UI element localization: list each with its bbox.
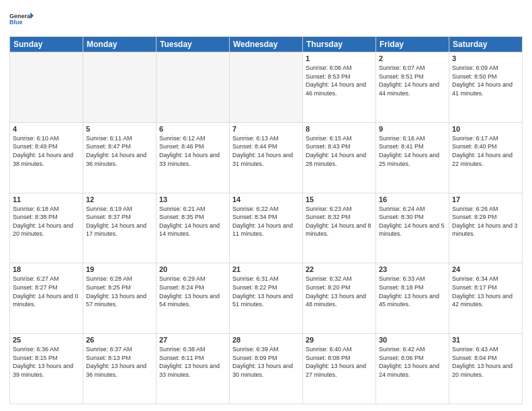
day-info: Sunrise: 6:36 AMSunset: 8:15 PMDaylight:… — [13, 345, 80, 379]
day-info: Sunrise: 6:37 AMSunset: 8:13 PMDaylight:… — [86, 345, 153, 379]
day-info: Sunrise: 6:19 AMSunset: 8:37 PMDaylight:… — [86, 205, 153, 238]
day-cell: 28Sunrise: 6:39 AMSunset: 8:09 PMDayligh… — [230, 334, 303, 404]
day-cell: 12Sunrise: 6:19 AMSunset: 8:37 PMDayligh… — [83, 193, 157, 263]
logo: General Blue — [9, 7, 34, 31]
weekday-row: SundayMondayTuesdayWednesdayThursdayFrid… — [10, 37, 523, 52]
day-info: Sunrise: 6:10 AMSunset: 8:49 PMDaylight:… — [13, 134, 80, 168]
day-number: 28 — [232, 336, 300, 344]
day-info: Sunrise: 6:15 AMSunset: 8:43 PMDaylight:… — [306, 134, 373, 168]
day-cell — [83, 52, 157, 123]
day-info: Sunrise: 6:43 AMSunset: 8:04 PMDaylight:… — [452, 345, 519, 379]
day-cell: 11Sunrise: 6:18 AMSunset: 8:38 PMDayligh… — [10, 193, 83, 263]
day-cell: 29Sunrise: 6:40 AMSunset: 8:08 PMDayligh… — [303, 334, 376, 404]
day-number: 27 — [159, 336, 226, 344]
day-info: Sunrise: 6:40 AMSunset: 8:08 PMDaylight:… — [306, 345, 373, 379]
day-cell: 7Sunrise: 6:13 AMSunset: 8:44 PMDaylight… — [230, 122, 303, 193]
day-number: 15 — [306, 195, 373, 203]
day-number: 13 — [159, 195, 226, 203]
day-cell: 18Sunrise: 6:27 AMSunset: 8:27 PMDayligh… — [10, 263, 83, 334]
day-cell: 27Sunrise: 6:38 AMSunset: 8:11 PMDayligh… — [157, 334, 230, 404]
day-info: Sunrise: 6:12 AMSunset: 8:46 PMDaylight:… — [159, 134, 226, 168]
day-info: Sunrise: 6:26 AMSunset: 8:29 PMDaylight:… — [452, 205, 519, 238]
weekday-saturday: Saturday — [449, 37, 523, 52]
weekday-thursday: Thursday — [303, 37, 376, 52]
day-cell: 25Sunrise: 6:36 AMSunset: 8:15 PMDayligh… — [10, 334, 83, 404]
day-cell: 8Sunrise: 6:15 AMSunset: 8:43 PMDaylight… — [303, 122, 376, 193]
day-info: Sunrise: 6:07 AMSunset: 8:51 PMDaylight:… — [379, 64, 446, 97]
day-cell: 16Sunrise: 6:24 AMSunset: 8:30 PMDayligh… — [376, 193, 449, 263]
header: General Blue — [9, 7, 523, 31]
day-info: Sunrise: 6:23 AMSunset: 8:32 PMDaylight:… — [306, 205, 373, 238]
day-cell: 23Sunrise: 6:33 AMSunset: 8:18 PMDayligh… — [376, 263, 449, 334]
day-number: 6 — [159, 125, 226, 133]
day-number: 25 — [13, 336, 80, 344]
svg-text:Blue: Blue — [9, 19, 23, 26]
day-cell: 4Sunrise: 6:10 AMSunset: 8:49 PMDaylight… — [10, 122, 83, 193]
day-info: Sunrise: 6:21 AMSunset: 8:35 PMDaylight:… — [159, 205, 226, 238]
day-info: Sunrise: 6:28 AMSunset: 8:25 PMDaylight:… — [86, 275, 153, 308]
day-number: 23 — [379, 265, 446, 273]
day-cell: 3Sunrise: 6:09 AMSunset: 8:50 PMDaylight… — [449, 52, 523, 123]
day-cell — [10, 52, 83, 123]
day-info: Sunrise: 6:17 AMSunset: 8:40 PMDaylight:… — [452, 134, 519, 168]
page: General Blue SundayMondayTuesdayWednesda… — [0, 0, 532, 411]
day-number: 21 — [232, 265, 300, 273]
day-cell: 21Sunrise: 6:31 AMSunset: 8:22 PMDayligh… — [230, 263, 303, 334]
day-number: 3 — [452, 54, 519, 62]
day-info: Sunrise: 6:11 AMSunset: 8:47 PMDaylight:… — [86, 134, 153, 168]
day-cell: 6Sunrise: 6:12 AMSunset: 8:46 PMDaylight… — [157, 122, 230, 193]
day-number: 1 — [306, 54, 373, 62]
day-cell: 10Sunrise: 6:17 AMSunset: 8:40 PMDayligh… — [449, 122, 523, 193]
weekday-tuesday: Tuesday — [157, 37, 230, 52]
day-number: 26 — [86, 336, 153, 344]
day-info: Sunrise: 6:38 AMSunset: 8:11 PMDaylight:… — [159, 345, 226, 379]
day-number: 18 — [13, 265, 80, 273]
day-cell: 13Sunrise: 6:21 AMSunset: 8:35 PMDayligh… — [157, 193, 230, 263]
day-cell — [230, 52, 303, 123]
day-info: Sunrise: 6:18 AMSunset: 8:38 PMDaylight:… — [13, 205, 80, 238]
day-number: 17 — [452, 195, 519, 203]
logo-svg: General Blue — [9, 7, 34, 31]
day-cell: 2Sunrise: 6:07 AMSunset: 8:51 PMDaylight… — [376, 52, 449, 123]
day-cell: 14Sunrise: 6:22 AMSunset: 8:34 PMDayligh… — [230, 193, 303, 263]
day-cell: 24Sunrise: 6:34 AMSunset: 8:17 PMDayligh… — [449, 263, 523, 334]
calendar: SundayMondayTuesdayWednesdayThursdayFrid… — [9, 36, 523, 404]
day-cell: 20Sunrise: 6:29 AMSunset: 8:24 PMDayligh… — [157, 263, 230, 334]
day-number: 10 — [452, 125, 519, 133]
day-number: 9 — [379, 125, 446, 133]
day-info: Sunrise: 6:34 AMSunset: 8:17 PMDaylight:… — [452, 275, 519, 308]
day-cell — [157, 52, 230, 123]
day-cell: 5Sunrise: 6:11 AMSunset: 8:47 PMDaylight… — [83, 122, 157, 193]
svg-marker-1 — [30, 12, 34, 19]
day-number: 24 — [452, 265, 519, 273]
day-number: 30 — [379, 336, 446, 344]
day-number: 5 — [86, 125, 153, 133]
weekday-monday: Monday — [83, 37, 157, 52]
day-info: Sunrise: 6:13 AMSunset: 8:44 PMDaylight:… — [232, 134, 300, 168]
day-number: 31 — [452, 336, 519, 344]
day-cell: 1Sunrise: 6:06 AMSunset: 8:53 PMDaylight… — [303, 52, 376, 123]
day-number: 4 — [13, 125, 80, 133]
calendar-body: 1Sunrise: 6:06 AMSunset: 8:53 PMDaylight… — [10, 52, 523, 404]
day-number: 12 — [86, 195, 153, 203]
day-info: Sunrise: 6:24 AMSunset: 8:30 PMDaylight:… — [379, 205, 446, 238]
day-number: 8 — [306, 125, 373, 133]
day-cell: 19Sunrise: 6:28 AMSunset: 8:25 PMDayligh… — [83, 263, 157, 334]
day-cell: 15Sunrise: 6:23 AMSunset: 8:32 PMDayligh… — [303, 193, 376, 263]
day-info: Sunrise: 6:33 AMSunset: 8:18 PMDaylight:… — [379, 275, 446, 308]
day-info: Sunrise: 6:09 AMSunset: 8:50 PMDaylight:… — [452, 64, 519, 97]
day-number: 29 — [306, 336, 373, 344]
week-row-2: 4Sunrise: 6:10 AMSunset: 8:49 PMDaylight… — [10, 122, 523, 193]
day-info: Sunrise: 6:27 AMSunset: 8:27 PMDaylight:… — [13, 275, 80, 308]
calendar-header: SundayMondayTuesdayWednesdayThursdayFrid… — [10, 37, 523, 52]
day-info: Sunrise: 6:39 AMSunset: 8:09 PMDaylight:… — [232, 345, 300, 379]
day-info: Sunrise: 6:16 AMSunset: 8:41 PMDaylight:… — [379, 134, 446, 168]
weekday-friday: Friday — [376, 37, 449, 52]
svg-text:General: General — [9, 13, 32, 19]
day-cell: 26Sunrise: 6:37 AMSunset: 8:13 PMDayligh… — [83, 334, 157, 404]
day-number: 7 — [232, 125, 300, 133]
day-info: Sunrise: 6:32 AMSunset: 8:20 PMDaylight:… — [306, 275, 373, 308]
day-number: 20 — [159, 265, 226, 273]
weekday-wednesday: Wednesday — [230, 37, 303, 52]
day-cell: 22Sunrise: 6:32 AMSunset: 8:20 PMDayligh… — [303, 263, 376, 334]
